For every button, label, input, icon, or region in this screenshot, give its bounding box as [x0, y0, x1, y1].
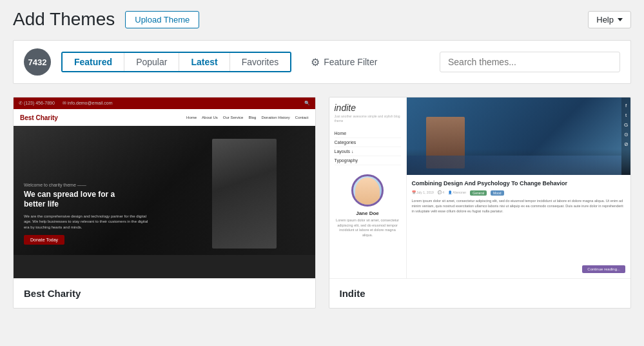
google-icon: G — [624, 122, 628, 128]
gear-icon: ⚙ — [311, 56, 320, 68]
indite-profile-name: Jane Doe — [335, 210, 401, 216]
indite-nav-home: Home — [335, 129, 401, 138]
charity-preview: ✆ (123) 456-7890 ✉ info.demo@email.com 🔍… — [14, 97, 315, 278]
tab-featured[interactable]: Featured — [63, 53, 124, 71]
indite-nav-categories: Categories — [335, 138, 401, 147]
indite-sidebar-avatar — [351, 174, 384, 207]
filter-tabs: Featured Popular Latest Favorites — [61, 52, 291, 72]
indite-profile-bio: Lorem ipsum dolor sit amet, consectetur … — [335, 218, 401, 238]
charity-cta-button: Donate Today — [24, 235, 64, 245]
tab-latest[interactable]: Latest — [179, 53, 229, 71]
page-wrapper: Add Themes Upload Theme Help 7432 Featur… — [0, 0, 644, 346]
charity-hero-desc: We are the comprehensive design and tech… — [24, 214, 153, 230]
feature-filter-button[interactable]: ⚙ Feature Filter — [304, 52, 384, 72]
header-row: Add Themes Upload Theme Help — [13, 6, 631, 30]
indite-main: f t G ⊙ ⊘ Combining Design And Psycholog… — [407, 97, 631, 278]
feature-filter-label: Feature Filter — [324, 57, 377, 67]
indite-social-icons: f t G ⊙ ⊘ — [621, 97, 630, 175]
theme-card-best-charity[interactable]: ✆ (123) 456-7890 ✉ info.demo@email.com 🔍… — [13, 97, 316, 309]
theme-preview-best-charity: ✆ (123) 456-7890 ✉ info.demo@email.com 🔍… — [14, 97, 315, 278]
theme-name-indite: Indite — [329, 278, 631, 308]
theme-preview-indite: indite Just another awesome simple and s… — [329, 97, 631, 278]
charity-logo: Best Charity — [20, 114, 58, 121]
help-label: Help — [596, 15, 614, 25]
rss-icon: ⊙ — [624, 132, 629, 137]
charity-topbar: ✆ (123) 456-7890 ✉ info.demo@email.com 🔍 — [14, 97, 315, 109]
charity-hero: Welcome to charity theme —— We can sprea… — [14, 126, 315, 255]
indite-preview: indite Just another awesome simple and s… — [329, 97, 631, 278]
upload-theme-button[interactable]: Upload Theme — [125, 11, 199, 28]
theme-card-indite[interactable]: indite Just another awesome simple and s… — [329, 97, 632, 309]
indite-post-meta: 📅 July 1, 2019 💬 4 👤 Alienoner General M… — [412, 190, 626, 196]
indite-article: Combining Design And Psychology To Chang… — [407, 175, 631, 263]
chevron-down-icon — [618, 18, 623, 21]
indite-sidebar-profile: Jane Doe Lorem ipsum dolor sit amet, con… — [335, 174, 401, 238]
tab-popular[interactable]: Popular — [124, 53, 179, 71]
indite-tagline: Just another awesome simple and stylish … — [335, 114, 401, 123]
continue-reading-button: Continue reading... — [582, 265, 625, 273]
theme-count-badge: 7432 — [24, 48, 51, 76]
filter-bar: 7432 Featured Popular Latest Favorites ⚙… — [13, 40, 631, 84]
other-icon: ⊘ — [624, 141, 629, 147]
indite-nav-layouts: Layouts ↓ — [335, 147, 401, 156]
theme-name-best-charity: Best Charity — [14, 278, 315, 308]
indite-sidebar: indite Just another awesome simple and s… — [329, 97, 407, 278]
charity-nav: Home About Us Our Service Blog Donation … — [186, 116, 308, 119]
search-input[interactable] — [440, 52, 620, 72]
charity-topbar-search-icon: 🔍 — [304, 101, 310, 106]
charity-hero-figure — [212, 139, 277, 249]
charity-topbar-phone: ✆ (123) 456-7890 — [19, 101, 55, 106]
charity-topbar-email: ✉ info.demo@email.com — [63, 101, 113, 106]
help-button[interactable]: Help — [588, 11, 631, 28]
indite-logo: indite — [335, 103, 401, 113]
facebook-icon: f — [625, 103, 627, 108]
charity-header: Best Charity Home About Us Our Service B… — [14, 109, 315, 126]
indite-hero-image: f t G ⊙ ⊘ — [407, 97, 631, 175]
page-title: Add Themes — [13, 9, 115, 30]
twitter-icon: t — [625, 112, 627, 118]
indite-nav-typography: Typography — [335, 156, 401, 165]
themes-grid: ✆ (123) 456-7890 ✉ info.demo@email.com 🔍… — [13, 97, 631, 309]
tab-favorites[interactable]: Favorites — [230, 53, 291, 71]
indite-post-title: Combining Design And Psychology To Chang… — [412, 180, 626, 188]
indite-post-body: Lorem ipsum dolor sit amet, consectetur … — [412, 198, 626, 214]
